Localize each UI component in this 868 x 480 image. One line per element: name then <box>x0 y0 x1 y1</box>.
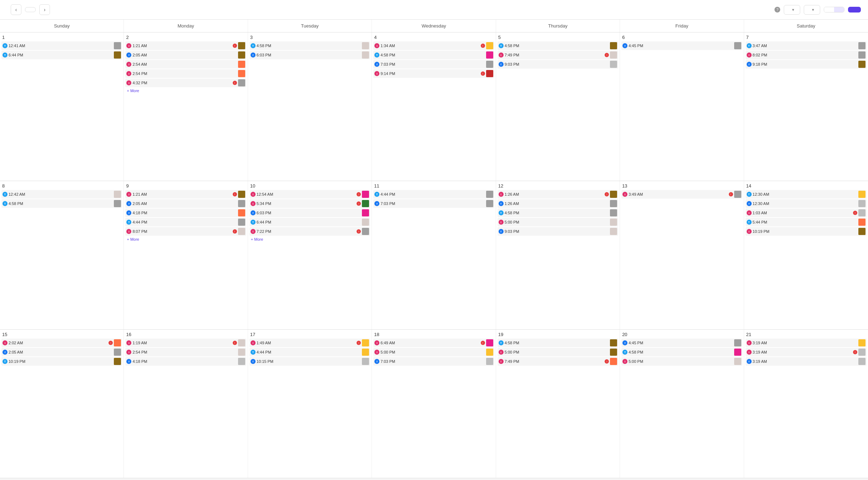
day-cell-19[interactable]: 19 T 4:58 PM I 5:00 PM I 7:49 PM <box>496 330 620 478</box>
event-item[interactable]: T 3:47 AM <box>746 41 867 50</box>
event-item[interactable]: f 4:45 PM <box>621 41 742 50</box>
event-item[interactable]: T 4:58 PM <box>498 41 618 50</box>
event-item[interactable]: T 4:58 PM <box>249 41 370 50</box>
event-item[interactable]: I 10:19 PM <box>746 227 867 236</box>
event-item[interactable]: f 3:19 AM <box>746 357 867 366</box>
event-item[interactable]: I 3:49 AM ! <box>621 190 742 199</box>
event-item[interactable]: I 8:07 PM ! <box>125 227 246 236</box>
event-item[interactable]: I 1:26 AM ! <box>498 190 618 199</box>
event-item[interactable]: f 9:03 PM <box>498 60 618 69</box>
day-cell-17[interactable]: 17 I 1:49 AM ! T 4:44 PM f 10:15 PM <box>248 330 372 478</box>
event-item[interactable]: f 12:30 AM <box>746 199 867 208</box>
event-item[interactable]: T 4:44 PM <box>125 218 246 226</box>
all-posts-dropdown[interactable]: ▼ <box>784 5 800 15</box>
event-item[interactable]: T 6:44 PM <box>1 51 122 59</box>
event-item[interactable]: T 4:44 PM <box>373 190 494 199</box>
event-item[interactable]: f 9:03 PM <box>498 227 618 236</box>
event-item[interactable]: f 4:18 PM <box>125 209 246 217</box>
day-cell-20[interactable]: 20 f 4:45 PM T 4:58 PM I 5:00 PM <box>620 330 744 478</box>
event-item[interactable]: I 5:34 PM ! <box>249 199 370 208</box>
day-cell-6[interactable]: 6 f 4:45 PM <box>620 32 744 181</box>
day-cell-10[interactable]: 10 I 12:54 AM ! I 5:34 PM ! f 6:03 PM <box>248 181 372 329</box>
event-item[interactable]: I 3:19 AM <box>746 339 867 347</box>
more-events-link[interactable]: + More <box>125 236 246 242</box>
day-cell-9[interactable]: 9 I 1:21 AM ! f 2:05 AM f 4:18 PM <box>124 181 248 329</box>
event-item[interactable]: I 5:00 PM <box>373 348 494 356</box>
day-cell-8[interactable]: 8 T 12:42 AM T 4:58 PM <box>0 181 124 329</box>
event-item[interactable]: T 6:44 PM <box>249 218 370 226</box>
event-item[interactable]: I 8:02 PM <box>746 51 867 59</box>
event-item[interactable]: f 2:05 AM <box>125 199 246 208</box>
next-month-button[interactable]: › <box>39 4 50 15</box>
alert-icon: ! <box>853 350 857 354</box>
day-cell-3[interactable]: 3 T 4:58 PM f 6:03 PM <box>248 32 372 181</box>
event-item[interactable]: T 4:58 PM <box>373 51 494 59</box>
event-item[interactable]: T 10:19 PM <box>1 357 122 366</box>
event-item[interactable]: I 1:49 AM ! <box>249 339 370 347</box>
day-cell-4[interactable]: 4 I 1:34 AM ! T 4:58 PM f 7:03 PM <box>372 32 496 181</box>
day-cell-13[interactable]: 13 I 3:49 AM ! <box>620 181 744 329</box>
event-item[interactable]: I 7:22 PM ! <box>249 227 370 236</box>
event-item[interactable]: T 5:44 PM <box>746 218 867 226</box>
event-item[interactable]: I 1:34 AM ! <box>373 41 494 50</box>
event-item[interactable]: I 1:21 AM ! <box>125 190 246 199</box>
event-item[interactable]: f 7:03 PM <box>373 199 494 208</box>
more-events-link[interactable]: + More <box>249 236 370 242</box>
event-item[interactable]: I 2:54 PM <box>125 348 246 356</box>
prev-month-button[interactable]: ‹ <box>11 4 21 15</box>
event-item[interactable]: T 4:44 PM <box>249 348 370 356</box>
event-item[interactable]: I 7:49 PM ! <box>498 357 618 366</box>
day-cell-1[interactable]: 1 T 12:41 AM T 6:44 PM <box>0 32 124 181</box>
event-item[interactable]: I 1:21 AM ! <box>125 41 246 50</box>
event-item[interactable]: I 5:00 PM <box>621 357 742 366</box>
event-item[interactable]: f 9:18 PM <box>746 60 867 69</box>
day-cell-18[interactable]: 18 I 6:49 AM ! I 5:00 PM f 7:03 PM <box>372 330 496 478</box>
event-item[interactable]: f 2:05 AM <box>1 348 122 356</box>
week-view-button[interactable] <box>824 7 834 12</box>
event-item[interactable]: I 4:32 PM ! <box>125 79 246 87</box>
event-item[interactable]: f 7:03 PM <box>373 60 494 69</box>
day-cell-16[interactable]: 16 I 1:19 AM ! I 2:54 PM f 4:18 PM <box>124 330 248 478</box>
day-cell-14[interactable]: 14 T 12:30 AM f 12:30 AM I 1:03 AM <box>744 181 868 329</box>
more-events-link[interactable]: + More <box>125 88 246 94</box>
event-item[interactable]: f 7:03 PM <box>373 357 494 366</box>
event-item[interactable]: I 1:19 AM ! <box>125 339 246 347</box>
today-button[interactable] <box>25 7 36 12</box>
event-item[interactable]: I 2:02 AM ! <box>1 339 122 347</box>
event-item[interactable]: T 4:58 PM <box>498 209 618 217</box>
event-item[interactable]: I 2:54 AM <box>125 60 246 69</box>
event-item[interactable]: I 6:49 AM ! <box>373 339 494 347</box>
event-item[interactable]: I 12:54 AM ! <box>249 190 370 199</box>
event-item[interactable]: I 1:03 AM ! <box>746 209 867 217</box>
event-item[interactable]: T 12:42 AM <box>1 190 122 199</box>
event-item[interactable]: f 10:15 PM <box>249 357 370 366</box>
event-item[interactable]: f 6:03 PM <box>249 209 370 217</box>
event-item[interactable]: I 5:00 PM <box>498 348 618 356</box>
event-item[interactable]: I 2:54 PM <box>125 69 246 78</box>
day-cell-21[interactable]: 21 I 3:19 AM I 3:19 AM ! f 3:19 AM <box>744 330 868 478</box>
day-cell-12[interactable]: 12 I 1:26 AM ! f 1:26 AM T 4:58 PM <box>496 181 620 329</box>
month-view-button[interactable] <box>834 7 844 12</box>
day-cell-11[interactable]: 11 T 4:44 PM f 7:03 PM <box>372 181 496 329</box>
event-item[interactable]: f 1:26 AM <box>498 199 618 208</box>
event-item[interactable]: I 3:19 AM ! <box>746 348 867 356</box>
event-item[interactable]: f 4:18 PM <box>125 357 246 366</box>
event-item[interactable]: T 4:58 PM <box>621 348 742 356</box>
day-cell-5[interactable]: 5 T 4:58 PM I 7:49 PM ! f 9:03 PM <box>496 32 620 181</box>
event-item[interactable]: f 6:03 PM <box>249 51 370 59</box>
day-cell-7[interactable]: 7 T 3:47 AM I 8:02 PM f 9:18 PM <box>744 32 868 181</box>
day-cell-2[interactable]: 2 I 1:21 AM ! f 2:05 AM I 2:54 AM <box>124 32 248 181</box>
day-cell-15[interactable]: 15 I 2:02 AM ! f 2:05 AM T 10:19 PM <box>0 330 124 478</box>
event-item[interactable]: I 9:14 PM ! <box>373 69 494 78</box>
event-item[interactable]: f 2:05 AM <box>125 51 246 59</box>
all-channels-dropdown[interactable]: ▼ <box>804 5 820 15</box>
event-item[interactable]: I 5:00 PM <box>498 218 618 226</box>
event-item[interactable]: f 4:45 PM <box>621 339 742 347</box>
event-item[interactable]: T 12:41 AM <box>1 41 122 50</box>
create-post-button[interactable] <box>848 7 861 12</box>
event-item[interactable]: T 4:58 PM <box>1 199 122 208</box>
event-item[interactable]: T 4:58 PM <box>498 339 618 347</box>
timezone-help-icon[interactable]: ? <box>774 7 780 12</box>
event-item[interactable]: T 12:30 AM <box>746 190 867 199</box>
event-item[interactable]: I 7:49 PM ! <box>498 51 618 59</box>
